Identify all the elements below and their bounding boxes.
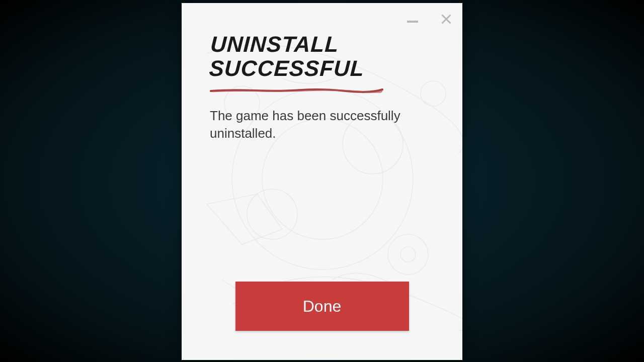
dialog-title: UNINSTALL SUCCESSFUL xyxy=(208,32,435,81)
done-button[interactable]: Done xyxy=(235,282,409,331)
title-line-1: UNINSTALL xyxy=(210,32,436,56)
dialog-message: The game has been successfully uninstall… xyxy=(210,107,434,142)
dialog-content: UNINSTALL SUCCESSFUL The game has been s… xyxy=(182,3,462,360)
title-underline-stroke xyxy=(210,88,383,93)
uninstall-dialog: UNINSTALL SUCCESSFUL The game has been s… xyxy=(182,3,462,360)
title-line-2: SUCCESSFUL xyxy=(208,56,434,80)
button-container: Done xyxy=(210,282,434,340)
